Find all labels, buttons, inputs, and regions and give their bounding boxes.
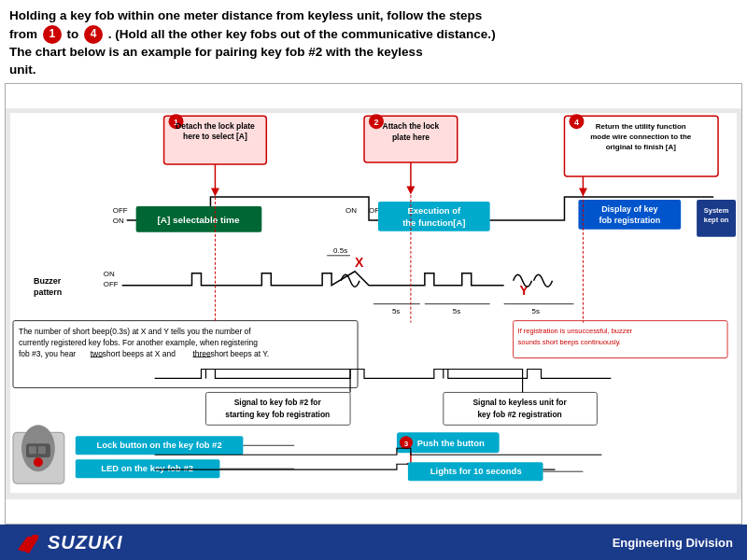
svg-text:LED on the key fob #2: LED on the key fob #2 — [101, 463, 193, 473]
svg-text:OFF: OFF — [113, 206, 128, 215]
svg-text:[A] selectable time: [A] selectable time — [157, 215, 240, 225]
header-line1: Holding a key fob within one meter dista… — [9, 8, 482, 22]
header-line2-start: from — [9, 26, 37, 40]
svg-text:3: 3 — [404, 440, 409, 448]
svg-text:OFF: OFF — [104, 279, 119, 287]
svg-text:pattern: pattern — [34, 287, 62, 296]
header-to: to — [67, 26, 79, 40]
svg-text:X: X — [355, 254, 364, 269]
footer: SUZUKI Engineering Division — [0, 525, 747, 560]
svg-text:kept on: kept on — [704, 216, 729, 224]
svg-text:fob registration: fob registration — [599, 216, 660, 225]
footer-logo: SUZUKI — [14, 529, 122, 555]
svg-text:mode wire connection  to the: mode wire connection to the — [590, 133, 692, 141]
svg-text:If registration is unsuccessfu: If registration is unsuccessful, buzzer — [518, 326, 633, 334]
svg-text:sounds short beeps continuousl: sounds short beeps continuously. — [518, 337, 621, 345]
svg-text:Signal to key fob #2 for: Signal to key fob #2 for — [234, 398, 322, 407]
svg-rect-75 — [29, 446, 36, 454]
svg-text:short beeps at Y.: short beeps at Y. — [210, 348, 269, 357]
diagram-svg: 1 Detach the lock plate here to select [… — [6, 84, 741, 524]
svg-text:Buzzer: Buzzer — [34, 275, 62, 285]
svg-text:ON: ON — [104, 269, 115, 277]
svg-rect-76 — [38, 446, 46, 454]
svg-text:Return the utility function: Return the utility function — [596, 122, 686, 131]
main-container: Holding a key fob within one meter dista… — [0, 0, 747, 560]
svg-text:the function[A]: the function[A] — [402, 217, 465, 228]
svg-text:here to select [A]: here to select [A] — [183, 132, 247, 141]
svg-text:original to finish [A]: original to finish [A] — [606, 143, 677, 151]
svg-text:currently registered key fobs.: currently registered key fobs. For anoth… — [19, 337, 258, 346]
svg-text:Push the button: Push the button — [417, 438, 485, 448]
step-to-circle: 4 — [84, 25, 103, 44]
svg-text:Display of key: Display of key — [601, 204, 657, 214]
svg-text:5s: 5s — [392, 306, 400, 315]
svg-text:two: two — [91, 348, 103, 357]
header-line4: unit. — [9, 63, 36, 77]
svg-text:Detach the lock plate: Detach the lock plate — [176, 121, 255, 131]
svg-text:Signal to keyless unit for: Signal to keyless unit for — [472, 398, 567, 407]
suzuki-logo-icon — [14, 529, 44, 555]
svg-text:The number of short beep(0.3s): The number of short beep(0.3s) at X and … — [19, 326, 251, 335]
step-from-circle: 1 — [43, 25, 62, 44]
svg-text:starting key fob registration: starting key fob registration — [225, 410, 330, 419]
brand-name: SUZUKI — [48, 532, 122, 553]
diagram-area: 1 Detach the lock plate here to select [… — [5, 83, 742, 525]
svg-text:ON: ON — [113, 217, 124, 225]
svg-text:ON: ON — [345, 206, 357, 215]
header-line2-end: . (Hold all the other key fobs out of th… — [108, 26, 496, 40]
svg-text:plate here: plate here — [392, 133, 430, 142]
svg-text:short beeps at X and: short beeps at X and — [103, 348, 176, 357]
footer-division: Engineering Division — [613, 536, 733, 550]
svg-point-77 — [34, 457, 43, 467]
svg-text:5s: 5s — [532, 306, 540, 315]
svg-text:System: System — [704, 206, 729, 215]
svg-text:fob #3, you hear: fob #3, you hear — [19, 348, 76, 357]
svg-text:Execution of: Execution of — [407, 205, 461, 216]
svg-text:Lock button on the key fob #2: Lock button on the key fob #2 — [97, 440, 222, 450]
svg-text:three: three — [192, 348, 211, 357]
svg-text:2: 2 — [374, 118, 378, 127]
svg-text:5s: 5s — [453, 306, 460, 315]
header-text: Holding a key fob within one meter dista… — [0, 0, 747, 83]
svg-text:Lights for 10 seconds: Lights for 10 seconds — [430, 466, 522, 476]
svg-text:key fob #2 registration: key fob #2 registration — [477, 410, 561, 419]
svg-text:Attach the lock: Attach the lock — [383, 121, 440, 131]
header-line3: The chart below is an example for pairin… — [9, 45, 423, 59]
svg-text:4: 4 — [574, 118, 579, 127]
svg-text:0.5s: 0.5s — [333, 245, 347, 254]
